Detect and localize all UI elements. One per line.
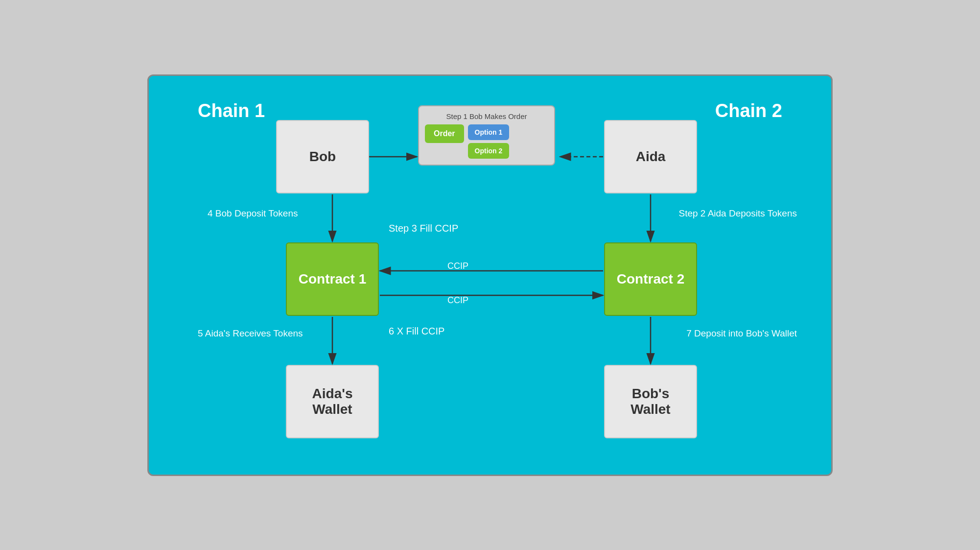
- ccip-top-label: CCIP: [447, 261, 468, 271]
- ccip-bottom-label: CCIP: [447, 295, 468, 306]
- step3-label: Step 3 Fill CCIP: [389, 223, 458, 234]
- step7-label: 7 Deposit into Bob's Wallet: [686, 328, 797, 339]
- order-button[interactable]: Order: [425, 124, 464, 143]
- options-container: Option 1 Option 2: [468, 124, 510, 159]
- aida-wallet-box: Aida's Wallet: [286, 365, 379, 438]
- step2-label: Step 2 Aida Deposits Tokens: [678, 208, 797, 219]
- option2-button[interactable]: Option 2: [468, 143, 510, 159]
- option1-button[interactable]: Option 1: [468, 124, 510, 140]
- contract2-box: Contract 2: [604, 242, 697, 316]
- step4-label: 4 Bob Deposit Tokens: [208, 208, 298, 219]
- bob-box: Bob: [276, 120, 369, 193]
- chain1-label: Chain 1: [198, 100, 265, 121]
- step6-label: 6 X Fill CCIP: [389, 326, 444, 337]
- order-dialog-title: Step 1 Bob Makes Order: [425, 112, 548, 120]
- contract1-box: Contract 1: [286, 242, 379, 316]
- order-dialog: Step 1 Bob Makes Order Order Option 1 Op…: [418, 105, 555, 166]
- step5-label: 5 Aida's Receives Tokens: [198, 328, 303, 339]
- bob-wallet-box: Bob's Wallet: [604, 365, 697, 438]
- aida-box: Aida: [604, 120, 697, 193]
- main-canvas: Chain 1 Chain 2 Bob Aida Step 1 Bob Make…: [147, 74, 833, 476]
- chain2-label: Chain 2: [715, 100, 782, 121]
- order-dialog-row: Order Option 1 Option 2: [425, 124, 509, 159]
